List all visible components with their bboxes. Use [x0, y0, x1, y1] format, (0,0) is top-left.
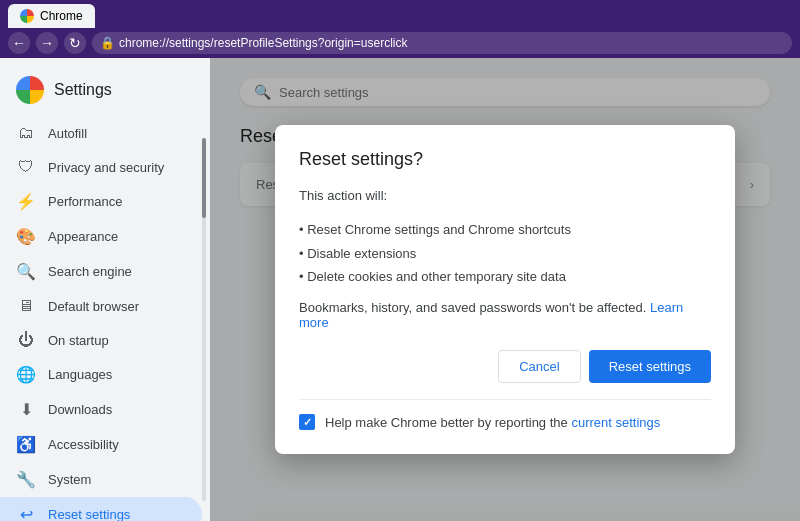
- settings-logo-icon: [16, 76, 44, 104]
- accessibility-icon: ♿: [16, 435, 36, 454]
- forward-button[interactable]: →: [36, 32, 58, 54]
- refresh-button[interactable]: ↻: [64, 32, 86, 54]
- reset-settings-button[interactable]: Reset settings: [589, 350, 711, 383]
- active-tab[interactable]: Chrome: [8, 4, 95, 28]
- sidebar-item-label: Search engine: [48, 264, 132, 279]
- default-browser-icon: 🖥: [16, 297, 36, 315]
- reset-dialog: Reset settings? This action will: • Rese…: [275, 125, 735, 455]
- tab-bar: Chrome: [0, 0, 800, 28]
- dialog-note: Bookmarks, history, and saved passwords …: [299, 300, 711, 330]
- sidebar-header: Settings: [0, 68, 210, 116]
- sidebar-item-label: Reset settings: [48, 507, 130, 521]
- sidebar-item-label: Downloads: [48, 402, 112, 417]
- sidebar-item-appearance[interactable]: 🎨 Appearance: [0, 219, 202, 254]
- chrome-logo-icon: [20, 9, 34, 23]
- sidebar-item-performance[interactable]: ⚡ Performance: [0, 184, 202, 219]
- system-icon: 🔧: [16, 470, 36, 489]
- sidebar-item-system[interactable]: 🔧 System: [0, 462, 202, 497]
- sidebar-item-label: Default browser: [48, 299, 139, 314]
- sidebar-item-label: Accessibility: [48, 437, 119, 452]
- dialog-buttons: Cancel Reset settings: [299, 350, 711, 383]
- sidebar-item-label: Languages: [48, 367, 112, 382]
- sidebar-item-label: Privacy and security: [48, 160, 164, 175]
- performance-icon: ⚡: [16, 192, 36, 211]
- sidebar-title: Settings: [54, 81, 112, 99]
- app-body: Settings 🗂 Autofill 🛡 Privacy and securi…: [0, 58, 800, 521]
- autofill-icon: 🗂: [16, 124, 36, 142]
- privacy-icon: 🛡: [16, 158, 36, 176]
- sidebar-item-accessibility[interactable]: ♿ Accessibility: [0, 427, 202, 462]
- browser-navbar: ← → ↻ 🔒 chrome://settings/resetProfileSe…: [0, 28, 800, 58]
- languages-icon: 🌐: [16, 365, 36, 384]
- sidebar: Settings 🗂 Autofill 🛡 Privacy and securi…: [0, 58, 210, 521]
- sidebar-item-languages[interactable]: 🌐 Languages: [0, 357, 202, 392]
- sidebar-item-default-browser[interactable]: 🖥 Default browser: [0, 289, 202, 323]
- sidebar-item-label: Autofill: [48, 126, 87, 141]
- sidebar-item-label: On startup: [48, 333, 109, 348]
- current-settings-link[interactable]: current settings: [571, 415, 660, 430]
- main-content: 🔍 Reset settings Restore settings to the…: [210, 58, 800, 521]
- sidebar-item-autofill[interactable]: 🗂 Autofill: [0, 116, 202, 150]
- sidebar-item-label: Performance: [48, 194, 122, 209]
- appearance-icon: 🎨: [16, 227, 36, 246]
- dialog-title: Reset settings?: [299, 149, 711, 170]
- dialog-action-label: This action will:: [299, 186, 711, 207]
- lock-icon: 🔒: [100, 36, 115, 50]
- help-chrome-checkbox[interactable]: [299, 414, 315, 430]
- sidebar-item-search-engine[interactable]: 🔍 Search engine: [0, 254, 202, 289]
- scrollbar-thumb: [202, 138, 206, 218]
- cancel-button[interactable]: Cancel: [498, 350, 580, 383]
- dialog-items-list: • Reset Chrome settings and Chrome short…: [299, 218, 711, 288]
- reset-settings-icon: ↩: [16, 505, 36, 521]
- back-button[interactable]: ←: [8, 32, 30, 54]
- dialog-item-3: • Delete cookies and other temporary sit…: [299, 265, 711, 288]
- downloads-icon: ⬇: [16, 400, 36, 419]
- address-bar[interactable]: 🔒 chrome://settings/resetProfileSettings…: [92, 32, 792, 54]
- dialog-footer: Help make Chrome better by reporting the…: [299, 399, 711, 430]
- dialog-item-1: • Reset Chrome settings and Chrome short…: [299, 218, 711, 241]
- help-chrome-label: Help make Chrome better by reporting the…: [325, 415, 660, 430]
- search-engine-icon: 🔍: [16, 262, 36, 281]
- sidebar-item-on-startup[interactable]: ⏻ On startup: [0, 323, 202, 357]
- sidebar-item-label: Appearance: [48, 229, 118, 244]
- url-text: chrome://settings/resetProfileSettings?o…: [119, 36, 407, 50]
- sidebar-scrollbar[interactable]: [202, 138, 206, 501]
- modal-overlay: Reset settings? This action will: • Rese…: [210, 58, 800, 521]
- dialog-item-2: • Disable extensions: [299, 242, 711, 265]
- sidebar-item-reset-settings[interactable]: ↩ Reset settings: [0, 497, 202, 521]
- on-startup-icon: ⏻: [16, 331, 36, 349]
- tab-title: Chrome: [40, 9, 83, 23]
- sidebar-item-label: System: [48, 472, 91, 487]
- sidebar-item-downloads[interactable]: ⬇ Downloads: [0, 392, 202, 427]
- sidebar-item-privacy[interactable]: 🛡 Privacy and security: [0, 150, 202, 184]
